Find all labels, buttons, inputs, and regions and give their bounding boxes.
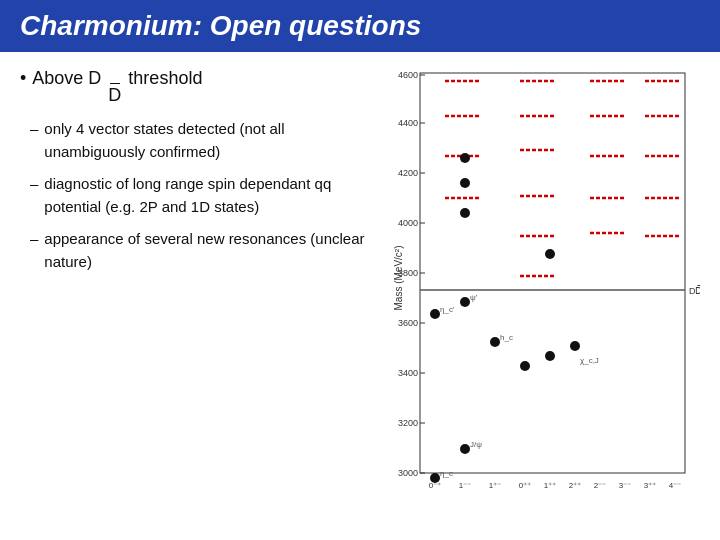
svg-text:Mass  (MeV/c²): Mass (MeV/c²) [393, 246, 404, 311]
d-bar-container: D [108, 83, 121, 107]
svg-text:4⁻⁻: 4⁻⁻ [669, 481, 681, 490]
svg-point-58 [570, 341, 580, 351]
svg-text:η_c: η_c [440, 469, 453, 478]
item-2-text: diagnostic of long range spin dependant … [44, 173, 380, 218]
svg-text:J/ψ: J/ψ [470, 440, 482, 449]
header-title: Charmonium: Open questions [20, 10, 421, 41]
svg-text:4200: 4200 [398, 168, 418, 178]
item-1-text: only 4 vector states detected (not all u… [44, 118, 380, 163]
svg-text:2⁻⁻: 2⁻⁻ [594, 481, 606, 490]
svg-point-64 [460, 297, 470, 307]
header: Charmonium: Open questions [0, 0, 720, 52]
chart-svg: Mass (MeV/c²) 3000 3200 3400 3600 3800 4… [390, 68, 700, 498]
svg-text:3200: 3200 [398, 418, 418, 428]
svg-point-52 [430, 473, 440, 483]
svg-text:3⁺⁺: 3⁺⁺ [644, 481, 656, 490]
svg-point-54 [460, 444, 470, 454]
above-label: Above D [32, 68, 106, 89]
dash-1: – [30, 118, 38, 163]
svg-text:3600: 3600 [398, 318, 418, 328]
svg-text:χ_c,J: χ_c,J [580, 356, 599, 365]
svg-point-66 [545, 249, 555, 259]
svg-text:3400: 3400 [398, 368, 418, 378]
svg-text:4400: 4400 [398, 118, 418, 128]
d-bar-line [110, 83, 120, 85]
svg-text:4600: 4600 [398, 70, 418, 80]
svg-text:2⁺⁺: 2⁺⁺ [569, 481, 581, 490]
svg-text:h_c: h_c [500, 333, 513, 342]
main-content: • Above D D threshold – only 4 vector st… [0, 52, 720, 514]
svg-text:3800: 3800 [398, 268, 418, 278]
dash-2: – [30, 173, 38, 218]
svg-point-62 [430, 309, 440, 319]
text-column: • Above D D threshold – only 4 vector st… [20, 68, 380, 498]
list-item: – only 4 vector states detected (not all… [30, 118, 380, 163]
svg-point-56 [520, 361, 530, 371]
list-item: – appearance of several new resonances (… [30, 228, 380, 273]
svg-text:η_c': η_c' [440, 305, 455, 314]
bullet-title: • Above D D threshold [20, 68, 380, 106]
svg-text:4000: 4000 [398, 218, 418, 228]
svg-text:DD̄: DD̄ [689, 285, 700, 296]
svg-text:3⁻⁻: 3⁻⁻ [619, 481, 631, 490]
threshold-label: threshold [123, 68, 202, 89]
svg-text:0⁺⁺: 0⁺⁺ [519, 481, 531, 490]
svg-text:3000: 3000 [398, 468, 418, 478]
chart-area: Mass (MeV/c²) 3000 3200 3400 3600 3800 4… [390, 68, 700, 498]
svg-text:1⁻⁻: 1⁻⁻ [459, 481, 471, 490]
svg-point-68 [460, 178, 470, 188]
svg-point-67 [460, 208, 470, 218]
svg-rect-0 [420, 73, 685, 473]
dash-3: – [30, 228, 38, 273]
bullet-symbol: • [20, 68, 26, 89]
svg-point-69 [460, 153, 470, 163]
sub-items-list: – only 4 vector states detected (not all… [30, 118, 380, 273]
svg-text:1⁺⁻: 1⁺⁻ [489, 481, 501, 490]
item-3-text: appearance of several new resonances (un… [44, 228, 380, 273]
svg-text:ψ': ψ' [470, 293, 478, 302]
list-item: – diagnostic of long range spin dependan… [30, 173, 380, 218]
d-bar-letter: D [108, 85, 121, 106]
svg-point-57 [545, 351, 555, 361]
svg-text:1⁺⁺: 1⁺⁺ [544, 481, 556, 490]
svg-point-60 [490, 337, 500, 347]
